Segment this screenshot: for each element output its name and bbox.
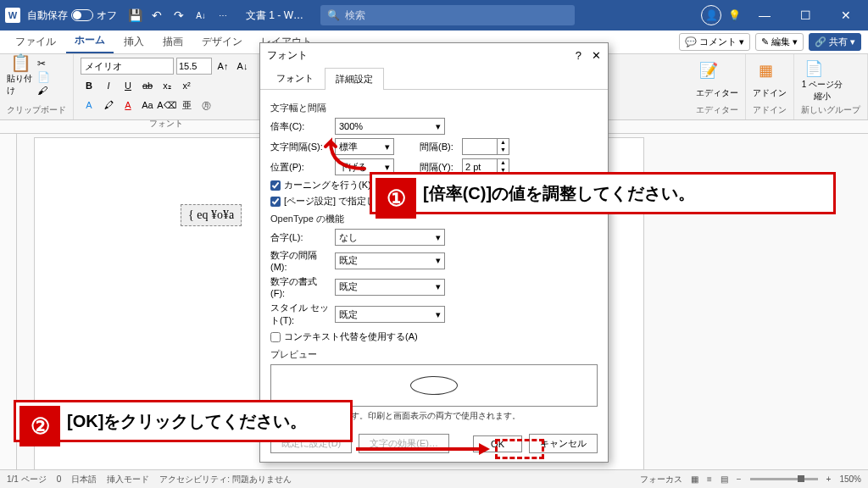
- tab-advanced-page[interactable]: 詳細設定: [325, 68, 384, 90]
- cut-icon[interactable]: ✂: [37, 58, 50, 69]
- app-icon: W: [5, 8, 20, 23]
- font-size-combo[interactable]: [176, 58, 212, 75]
- callout-1-text: [倍率(C)]の値を調整してください。: [423, 184, 695, 202]
- zoom-level[interactable]: 150%: [839, 474, 861, 484]
- shrink-font-icon[interactable]: A↓: [234, 58, 251, 75]
- focus-button[interactable]: フォーカス: [640, 474, 682, 485]
- zoom-in-icon[interactable]: +: [826, 474, 832, 484]
- addin-group: ▦ アドイン アドイン: [746, 54, 794, 119]
- dialog-title: フォント: [267, 48, 308, 63]
- help-icon[interactable]: ?: [576, 49, 581, 62]
- zoom-slider[interactable]: [750, 478, 818, 480]
- close-icon[interactable]: ✕: [829, 0, 863, 30]
- maximize-icon[interactable]: ☐: [788, 0, 822, 30]
- status-insert[interactable]: 挿入モード: [107, 474, 149, 485]
- copy-icon[interactable]: 📄: [37, 71, 50, 83]
- font-color-icon[interactable]: A: [120, 97, 136, 114]
- dialog-close-icon[interactable]: ✕: [592, 49, 601, 62]
- position-label: 位置(P):: [270, 161, 330, 174]
- title-bar: W 自動保存 オフ 💾 ↶ ↷ A↓ ⋯ 文書 1 - W… 🔍 検索 👤 💡 …: [0, 0, 868, 30]
- spacing-section-label: 文字幅と間隔: [270, 102, 598, 114]
- ratio-combo[interactable]: 300%▾: [335, 118, 445, 135]
- arrow-1: [322, 133, 375, 174]
- strike-icon[interactable]: ab: [139, 77, 156, 94]
- search-box[interactable]: 🔍 検索: [320, 5, 575, 25]
- sort-icon[interactable]: A↓: [192, 6, 210, 25]
- spacing-pt-label: 間隔(B):: [420, 141, 457, 153]
- format-painter-icon[interactable]: 🖌: [37, 85, 50, 97]
- ligature-combo[interactable]: なし▾: [335, 229, 445, 246]
- cancel-button[interactable]: キャンセル: [529, 434, 598, 453]
- qat: 💾 ↶ ↷ A↓ ⋯: [125, 6, 232, 25]
- styleset-combo[interactable]: 既定▾: [335, 306, 445, 323]
- save-icon[interactable]: 💾: [125, 6, 144, 25]
- clear-format-icon[interactable]: A⌫: [159, 97, 175, 114]
- minimize-icon[interactable]: —: [748, 0, 782, 30]
- status-bar: 1/1 ページ 0 日本語 挿入モード アクセシビリティ: 問題ありません フォ…: [0, 469, 868, 488]
- doc-title: 文書 1 - W…: [246, 8, 303, 23]
- clipboard-label: クリップボード: [7, 104, 66, 116]
- spacing-pt-spin[interactable]: ▲▼: [462, 138, 509, 155]
- account-icon[interactable]: 👤: [701, 5, 721, 25]
- status-page[interactable]: 1/1 ページ: [7, 474, 47, 485]
- ratio-label: 倍率(C):: [270, 120, 330, 133]
- zoom-out-icon[interactable]: −: [737, 474, 742, 484]
- view-read-icon[interactable]: ≡: [707, 474, 712, 484]
- highlight-icon[interactable]: 🖍: [100, 97, 117, 114]
- bold-icon[interactable]: B: [81, 77, 97, 94]
- toggle-switch[interactable]: [71, 9, 93, 21]
- editing-button[interactable]: ✎ 編集 ▾: [755, 33, 804, 51]
- tab-design[interactable]: デザイン: [193, 30, 251, 53]
- num-spacing-combo[interactable]: 既定▾: [335, 252, 445, 269]
- comments-button[interactable]: 💬 コメント ▾: [679, 33, 750, 51]
- superscript-icon[interactable]: x²: [178, 77, 195, 94]
- share-button[interactable]: 🔗 共有 ▾: [809, 33, 861, 51]
- tab-home[interactable]: ホーム: [66, 29, 114, 53]
- search-icon: 🔍: [327, 9, 340, 21]
- pagesetup-checkbox[interactable]: [270, 197, 281, 207]
- addin-icon[interactable]: ▦: [753, 58, 778, 83]
- undo-icon[interactable]: ↶: [147, 6, 166, 25]
- editor-icon[interactable]: 📝: [696, 58, 721, 83]
- status-words[interactable]: 0: [57, 474, 62, 484]
- tab-font-page[interactable]: フォント: [265, 67, 325, 89]
- arrow-2: [356, 441, 492, 458]
- styleset-label: スタイル セット(T):: [270, 302, 330, 327]
- font-name-combo[interactable]: [81, 58, 174, 75]
- callout-2: ② [OK]をクリックしてください。: [14, 400, 353, 442]
- field-code[interactable]: { eq ¥o¥a: [181, 204, 242, 226]
- context-alt-check[interactable]: コンテキスト代替を使用する(A): [270, 330, 598, 343]
- autosave-label: 自動保存: [27, 8, 68, 23]
- change-case-icon[interactable]: Aa: [139, 97, 156, 114]
- shrink-page-icon[interactable]: 📄: [801, 58, 826, 79]
- callout-1: ① [倍率(C)]の値を調整してください。: [370, 172, 836, 214]
- font-group: A↑ A↓ B I U ab x₂ x² A 🖍 A Aa A⌫ 亜 ㊊ フォン…: [74, 54, 259, 119]
- context-alt-checkbox[interactable]: [270, 332, 281, 342]
- kerning-checkbox[interactable]: [270, 180, 281, 191]
- status-lang[interactable]: 日本語: [71, 474, 97, 485]
- view-print-icon[interactable]: ▦: [691, 474, 698, 484]
- autosave-state: オフ: [97, 8, 117, 23]
- lightbulb-icon[interactable]: 💡: [728, 9, 741, 21]
- callout-1-number: ①: [376, 178, 416, 219]
- spacing-label: 文字間隔(S):: [270, 141, 330, 153]
- autosave-toggle[interactable]: 自動保存 オフ: [27, 8, 117, 23]
- tab-draw[interactable]: 描画: [154, 30, 192, 53]
- subscript-icon[interactable]: x₂: [159, 77, 175, 94]
- redo-icon[interactable]: ↷: [170, 6, 188, 25]
- underline-icon[interactable]: U: [120, 77, 136, 94]
- status-access[interactable]: アクセシビリティ: 問題ありません: [159, 474, 292, 485]
- phonetic-icon[interactable]: 亜: [178, 97, 195, 114]
- italic-icon[interactable]: I: [100, 77, 117, 94]
- preview-sample: [410, 376, 458, 395]
- font-group-label: フォント: [81, 118, 251, 130]
- tab-file[interactable]: ファイル: [7, 30, 64, 53]
- paste-button[interactable]: 📋 貼り付け: [7, 58, 34, 92]
- view-web-icon[interactable]: ▤: [721, 474, 728, 484]
- num-form-combo[interactable]: 既定▾: [335, 279, 445, 296]
- qat-more-icon[interactable]: ⋯: [214, 6, 232, 25]
- tab-insert[interactable]: 挿入: [115, 30, 153, 53]
- text-effect-icon[interactable]: A: [81, 97, 97, 114]
- enclose-icon[interactable]: ㊊: [198, 97, 214, 114]
- grow-font-icon[interactable]: A↑: [214, 58, 231, 75]
